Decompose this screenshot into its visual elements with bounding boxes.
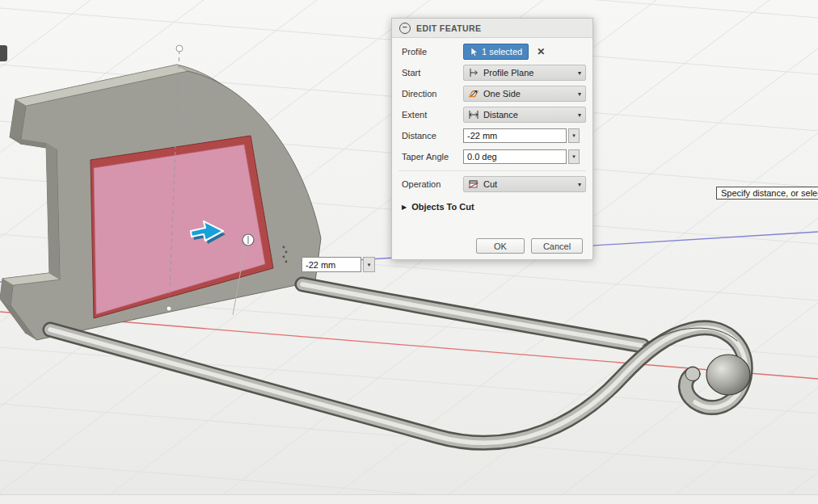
taper-angle-row: Taper Angle ▾ [392, 148, 592, 166]
extent-value: Distance [483, 110, 518, 120]
chevron-down-icon: ▾ [578, 111, 581, 119]
chevron-down-icon: ▾ [572, 132, 576, 139]
expand-triangle-icon: ▶ [402, 204, 407, 211]
start-value: Profile Plane [483, 68, 533, 78]
profile-selection-chip[interactable]: 1 selected [463, 44, 529, 60]
objects-to-cut-label: Objects To Cut [411, 202, 474, 212]
dialog-title-bar[interactable]: − EDIT FEATURE [392, 19, 592, 38]
objects-to-cut-section[interactable]: ▶ Objects To Cut [402, 202, 474, 212]
chevron-down-icon: ▾ [572, 153, 576, 160]
start-dropdown[interactable]: Profile Plane ▾ [463, 65, 586, 81]
distance-manipulator-field: ▾ [301, 257, 375, 272]
extent-dropdown[interactable]: Distance ▾ [463, 107, 586, 123]
distance-label: Distance [402, 131, 463, 141]
chevron-down-icon: ▾ [368, 262, 371, 268]
one-side-icon [468, 89, 479, 99]
profile-row: Profile 1 selected ✕ [392, 43, 592, 61]
operation-row: Operation Cut ▾ [392, 175, 592, 193]
drag-handle[interactable] [242, 234, 254, 246]
start-row: Start Profile Plane ▾ [392, 64, 592, 82]
cursor-icon [470, 47, 479, 57]
chevron-down-icon: ▾ [578, 90, 581, 98]
collapse-icon[interactable]: − [399, 23, 411, 34]
taper-angle-label: Taper Angle [402, 152, 463, 162]
direction-dropdown[interactable]: One Side ▾ [463, 86, 586, 102]
extent-label: Extent [402, 110, 463, 120]
direction-value: One Side [483, 89, 521, 99]
taper-caret-button[interactable]: ▾ [568, 149, 580, 164]
chevron-down-icon: ▾ [578, 181, 581, 188]
distance-extent-icon [468, 110, 479, 120]
operation-dropdown[interactable]: Cut ▾ [463, 176, 586, 192]
profile-plane-icon [468, 68, 479, 78]
dialog-title: EDIT FEATURE [416, 23, 481, 33]
direction-row: Direction One Side ▾ [392, 85, 592, 103]
objects-to-cut-row: ▶ Objects To Cut [392, 198, 592, 216]
dialog-buttons: OK Cancel [392, 238, 592, 254]
clear-selection-icon[interactable]: ✕ [537, 46, 545, 57]
operation-label: Operation [402, 179, 463, 189]
status-tooltip: Specify distance, or selec [716, 187, 818, 200]
distance-caret-button[interactable]: ▾ [568, 128, 580, 143]
direction-label: Direction [402, 89, 463, 99]
distance-input[interactable] [463, 128, 567, 143]
tube-end-cap[interactable] [706, 355, 750, 395]
extent-row: Extent Distance ▾ [392, 106, 592, 124]
profile-selected-count: 1 selected [482, 47, 522, 57]
distance-manipulator-dropdown[interactable]: ▾ [363, 257, 375, 272]
operation-value: Cut [483, 179, 497, 189]
edit-feature-dialog: − EDIT FEATURE Profile 1 selected ✕ Star… [391, 18, 593, 260]
distance-row: Distance ▾ [392, 127, 592, 145]
cut-icon [468, 179, 479, 189]
cancel-button[interactable]: Cancel [531, 238, 583, 254]
ok-button[interactable]: OK [476, 238, 525, 254]
dialog-divider [398, 170, 586, 171]
browser-collapse-tab[interactable] [0, 45, 7, 61]
start-label: Start [402, 68, 463, 78]
distance-manipulator-input[interactable] [301, 257, 361, 272]
taper-angle-input[interactable] [463, 149, 567, 164]
chevron-down-icon: ▾ [578, 69, 581, 77]
bottom-bar [0, 494, 818, 504]
profile-label: Profile [402, 47, 463, 57]
